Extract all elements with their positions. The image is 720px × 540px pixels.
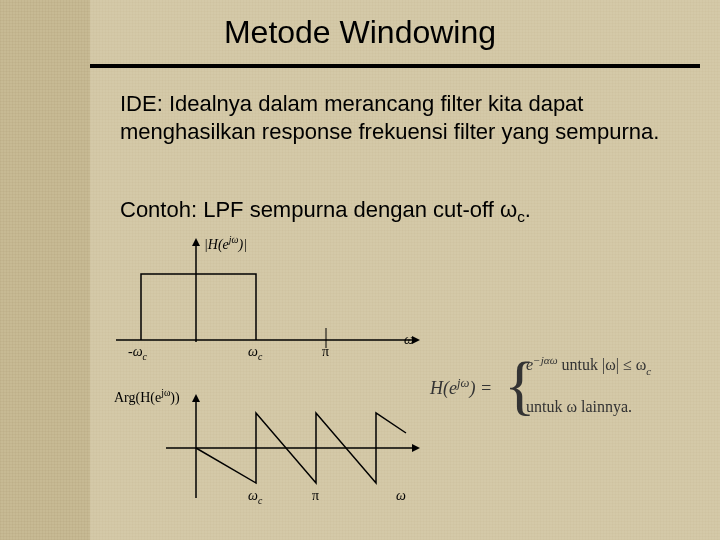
- g2-wc: ωc: [248, 488, 262, 506]
- phase-plot: [106, 388, 426, 518]
- para2-prefix: Contoh: LPF sempurna dengan cut-off: [120, 197, 500, 222]
- para2-cutoff: ω: [500, 197, 517, 222]
- g1-pi: π: [322, 344, 329, 360]
- g2-ylabel: Arg(H(ejω)): [114, 387, 180, 406]
- paragraph-example: Contoh: LPF sempurna dengan cut-off ωc.: [120, 196, 680, 227]
- formula-case2: untuk ω lainnya.: [526, 398, 632, 416]
- g1-omega: ω: [404, 332, 414, 348]
- left-decoration-strip: [0, 0, 90, 540]
- g2-pi: π: [312, 488, 319, 504]
- title-underline: [90, 64, 700, 68]
- svg-marker-1: [192, 238, 200, 246]
- g1-ylabel: |H(ejω)|: [204, 234, 247, 253]
- svg-marker-8: [412, 444, 420, 452]
- page-title: Metode Windowing: [0, 14, 720, 51]
- transfer-function-formula: H(ejω) = { e−jαω untuk |ω| ≤ ωc untuk ω …: [430, 346, 710, 432]
- paragraph-idea: IDE: Idealnya dalam merancang filter kit…: [120, 90, 680, 145]
- g1-neg-wc: -ωc: [128, 344, 147, 362]
- graphs-area: |H(ejω)| -ωc ωc π ω Arg(H(ejω)) ωc π ω: [106, 232, 426, 532]
- magnitude-plot: [106, 232, 426, 372]
- para2-suffix: .: [525, 197, 531, 222]
- g2-omega: ω: [396, 488, 406, 504]
- formula-case1: e−jαω untuk |ω| ≤ ωc: [526, 354, 651, 377]
- para2-cutoff-sub: c: [517, 208, 525, 225]
- svg-marker-6: [192, 394, 200, 402]
- formula-lhs: H(ejω) =: [430, 376, 492, 399]
- g1-wc: ωc: [248, 344, 262, 362]
